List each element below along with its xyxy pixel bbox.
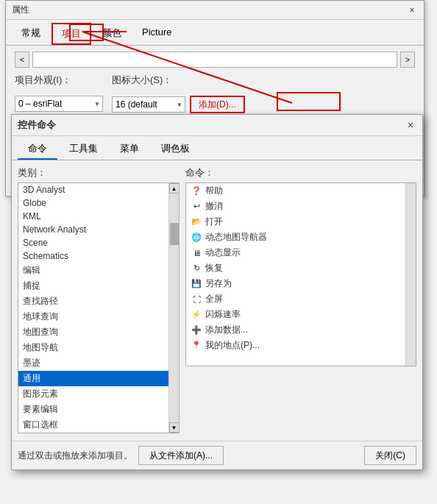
adddata-icon: ➕ [191,324,202,336]
tab-color[interactable]: 颜色 [93,23,131,45]
properties-title: 属性 [12,4,29,16]
cmd-tab-toolset[interactable]: 工具集 [59,139,108,160]
cmd-item-help[interactable]: ❓ 帮助 [186,183,405,199]
cmd-label-dynnav: 动态地图导航器 [205,231,267,244]
tab-items[interactable]: 项目 [51,23,91,45]
cmd-label-restore: 恢复 [205,262,223,274]
category-item-scene[interactable]: Scene [18,236,168,249]
category-item-ink[interactable]: 墨迹 [18,355,168,371]
cmd-item-saveas[interactable]: 💾 另存为 [186,276,405,291]
help-icon: ❓ [191,185,202,197]
icon-size-select-wrapper[interactable]: 16 (default [112,96,185,113]
myplaces-icon: 📍 [191,340,202,352]
cmd-label-flashrate: 闪烁速率 [205,308,241,321]
tab-general[interactable]: 常规 [12,23,50,45]
category-item-general[interactable]: 通用 [18,371,168,386]
cmd-item-restore[interactable]: ↻ 恢复 [186,260,405,276]
add-from-file-button[interactable]: 从文件添加(A)... [138,446,224,465]
category-item-globe[interactable]: Globe [18,196,168,210]
categories-list-items: 3D Analyst Globe KML Network Analyst Sce… [18,183,168,433]
cmd-footer: 通过双击或拖放来添加项目。 从文件添加(A)... 关闭(C) [12,441,422,469]
saveas-icon: 💾 [191,278,202,290]
undo-icon: ↩ [191,201,202,213]
category-item-feature[interactable]: 要素编辑 [18,402,168,417]
restore-icon: ↻ [191,263,202,274]
commands-scrollbar [405,183,416,366]
category-item-findpath[interactable]: 查找路径 [18,294,168,309]
cmd-label-saveas: 另存为 [205,277,232,290]
nav-row: < > [15,52,415,68]
cmd-titlebar: 控件命令 × [12,115,422,136]
dyndisp-icon: 🖥 [191,247,202,259]
cmd-tabs: 命令 工具集 菜单 调色板 [12,136,422,160]
category-item-edit[interactable]: 编辑 [18,263,168,278]
footer-hint: 通过双击或拖放来添加项目。 [18,450,132,462]
category-item-schematics[interactable]: Schematics [18,249,168,263]
icon-size-label: 图标大小(S)： [112,74,172,87]
categories-panel: 类别： 3D Analyst Globe KML Network Analyst… [18,166,180,433]
categories-scroll-up[interactable]: ▲ [169,183,180,194]
commands-list: ❓ 帮助 ↩ 撤消 📂 打开 🌐 动态地图导 [185,182,416,366]
category-item-3d[interactable]: 3D Analyst [18,183,168,196]
category-item-kml[interactable]: KML [18,210,168,223]
categories-scroll-down[interactable]: ▼ [169,422,180,433]
cmd-item-flashrate[interactable]: ⚡ 闪烁速率 [186,307,405,322]
category-item-globequery[interactable]: 地球查询 [18,309,168,324]
cmd-label-fullscreen: 全屏 [205,293,223,305]
appearance-row: 项目外观(I)： [15,74,103,87]
cmd-item-undo[interactable]: ↩ 撤消 [186,199,405,214]
nav-text-area [32,52,397,68]
cmd-item-open[interactable]: 📂 打开 [186,214,405,230]
categories-scroll-track [169,194,179,422]
control-commands-dialog: 控件命令 × 命令 工具集 菜单 调色板 类别： 3D Analyst Glob… [11,114,423,470]
cmd-dialog-title: 控件命令 [18,118,56,132]
cmd-tab-menu[interactable]: 菜单 [110,139,149,160]
cmd-label-undo: 撤消 [205,200,223,213]
commands-list-items: ❓ 帮助 ↩ 撤消 📂 打开 🌐 动态地图导 [186,183,405,366]
close-dialog-button[interactable]: 关闭(C) [364,446,416,465]
icon-size-select[interactable]: 16 (default [112,96,185,113]
cmd-tab-colorpalette[interactable]: 调色板 [151,139,200,160]
cmd-item-dynnav[interactable]: 🌐 动态地图导航器 [186,230,405,245]
command-panel-label: 命令： [185,166,416,180]
categories-list: 3D Analyst Globe KML Network Analyst Sce… [18,182,180,433]
cmd-label-open: 打开 [205,216,223,228]
dynmap-icon: 🌐 [191,232,202,244]
flashrate-icon: ⚡ [191,309,202,321]
properties-titlebar: 属性 × [6,1,424,20]
open-icon: 📂 [191,216,202,228]
cmd-item-dyndisp[interactable]: 🖥 动态显示 [186,245,405,260]
cmd-label-help: 帮助 [205,185,223,197]
commands-panel: 命令： ❓ 帮助 ↩ 撤消 📂 打开 [185,166,416,433]
category-item-graphic[interactable]: 图形元素 [18,386,168,402]
category-item-window[interactable]: 窗口选框 [18,417,168,433]
category-item-network[interactable]: Network Analyst [18,223,168,236]
appearance-label: 项目外观(I)： [15,74,74,87]
cmd-label-dyndisp: 动态显示 [205,246,241,259]
cmd-item-fullscreen[interactable]: ⛶ 全屏 [186,291,405,307]
cmd-tab-command[interactable]: 命令 [18,139,57,160]
nav-left-button[interactable]: < [15,52,29,68]
add-button[interactable]: 添加(D)... [190,96,245,113]
category-item-mapnav[interactable]: 地图导航 [18,340,168,355]
cmd-item-myplaces[interactable]: 📍 我的地点(P)... [186,338,405,353]
category-panel-label: 类别： [18,166,180,180]
cmd-item-adddata[interactable]: ➕ 添加数据... [186,322,405,338]
fullscreen-icon: ⛶ [191,294,202,305]
properties-tabs: 常规 项目 颜色 Picture [6,20,424,46]
cmd-label-myplaces: 我的地点(P)... [205,339,260,352]
appearance-select[interactable]: 0 – esriFlat [15,96,103,112]
icon-size-row: 图标大小(S)： [112,74,245,87]
properties-close-button[interactable]: × [406,4,418,16]
tab-picture[interactable]: Picture [132,23,181,45]
nav-right-button[interactable]: > [400,52,415,68]
appearance-select-wrapper[interactable]: 0 – esriFlat [15,96,103,112]
cmd-body: 类别： 3D Analyst Globe KML Network Analyst… [12,160,422,439]
category-item-snap[interactable]: 捕捉 [18,278,168,294]
categories-scrollbar: ▲ ▼ [168,183,179,433]
category-item-mapquery[interactable]: 地图查询 [18,324,168,340]
cmd-label-adddata: 添加数据... [205,324,248,336]
categories-scroll-thumb[interactable] [170,223,179,245]
cmd-close-button[interactable]: × [405,119,416,131]
